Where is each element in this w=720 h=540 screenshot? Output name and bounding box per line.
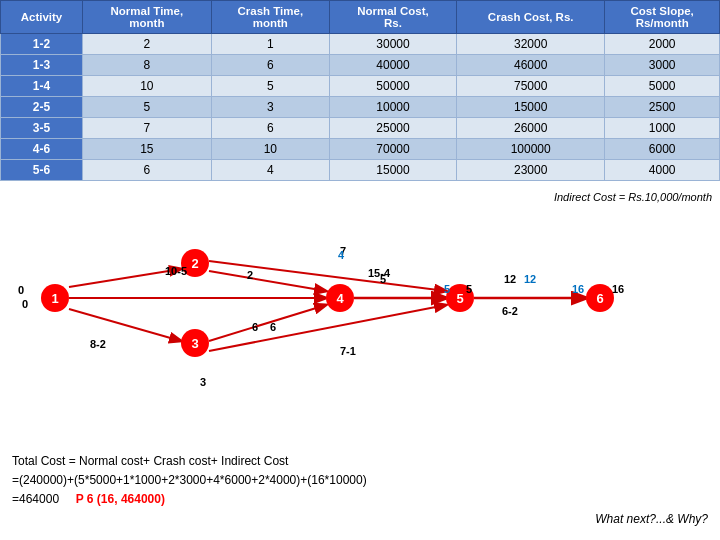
table-cell: 75000 bbox=[457, 76, 605, 97]
table-row: 2-55310000150002500 bbox=[1, 97, 720, 118]
node-3-circle: 3 bbox=[181, 329, 209, 357]
table-cell: 15000 bbox=[329, 160, 456, 181]
arrow-1-3 bbox=[69, 309, 181, 341]
total-line3: =464000 P 6 (16, 464000) bbox=[12, 490, 708, 509]
edge-label-1-3: 8-2 bbox=[90, 338, 106, 350]
arrow-2-5 bbox=[209, 261, 446, 291]
node-4: 4 bbox=[326, 284, 354, 312]
table-cell: 2-5 bbox=[1, 97, 83, 118]
table-cell: 32000 bbox=[457, 34, 605, 55]
table-cell: 1000 bbox=[605, 118, 720, 139]
table-cell: 1-2 bbox=[1, 34, 83, 55]
total-line2: =(240000)+(5*5000+1*1000+2*3000+4*6000+2… bbox=[12, 471, 708, 490]
table-cell: 26000 bbox=[457, 118, 605, 139]
node-3: 3 bbox=[181, 329, 209, 357]
edge-label-5-6-bot: 6-2 bbox=[502, 305, 518, 317]
total-cost-section: Total Cost = Normal cost+ Crash cost+ In… bbox=[0, 448, 720, 512]
node-6: 6 bbox=[586, 284, 614, 312]
table-cell: 10000 bbox=[329, 97, 456, 118]
table-cell: 10 bbox=[211, 139, 329, 160]
table-cell: 25000 bbox=[329, 118, 456, 139]
table-cell: 100000 bbox=[457, 139, 605, 160]
table-cell: 5 bbox=[211, 76, 329, 97]
edge-label-4-top: 4 bbox=[338, 249, 344, 261]
table-cell: 50000 bbox=[329, 76, 456, 97]
table-cell: 8 bbox=[82, 55, 211, 76]
edge-label-1-4: 10-5 bbox=[165, 265, 187, 277]
edge-label-3-4-a: 6 bbox=[252, 321, 258, 333]
node5-right-num: 5 bbox=[466, 283, 472, 295]
arrows-layer bbox=[0, 183, 720, 448]
table-cell: 10 bbox=[82, 76, 211, 97]
col-normal-time: Normal Time,month bbox=[82, 1, 211, 34]
table-cell: 6 bbox=[82, 160, 211, 181]
table-cell: 4000 bbox=[605, 160, 720, 181]
node5-left-num: 5 bbox=[444, 283, 450, 295]
table-cell: 1-4 bbox=[1, 76, 83, 97]
table-cell: 4-6 bbox=[1, 139, 83, 160]
table-row: 1-410550000750005000 bbox=[1, 76, 720, 97]
table-cell: 6 bbox=[211, 55, 329, 76]
edge-label-3-5: 7-1 bbox=[340, 345, 356, 357]
table-cell: 30000 bbox=[329, 34, 456, 55]
node1-left-num: 0 bbox=[18, 284, 24, 296]
table-cell: 3000 bbox=[605, 55, 720, 76]
edge-label-5-6-b: 12 bbox=[524, 273, 536, 285]
col-cost-slope: Cost Slope,Rs/month bbox=[605, 1, 720, 34]
arrow-3-5 bbox=[209, 305, 446, 351]
edge-label-5-6-a: 12 bbox=[504, 273, 516, 285]
node-1: 1 bbox=[41, 284, 69, 312]
table-cell: 2 bbox=[82, 34, 211, 55]
edge-label-4-5: 15-4 bbox=[368, 267, 390, 279]
table-cell: 4 bbox=[211, 160, 329, 181]
col-normal-cost: Normal Cost,Rs. bbox=[329, 1, 456, 34]
table-cell: 6000 bbox=[605, 139, 720, 160]
col-activity: Activity bbox=[1, 1, 83, 34]
table-cell: 2500 bbox=[605, 97, 720, 118]
table-cell: 6 bbox=[211, 118, 329, 139]
table-cell: 5-6 bbox=[1, 160, 83, 181]
table-row: 3-57625000260001000 bbox=[1, 118, 720, 139]
table-cell: 15 bbox=[82, 139, 211, 160]
arrow-3-4 bbox=[209, 305, 326, 341]
table-cell: 5 bbox=[82, 97, 211, 118]
table-cell: 3-5 bbox=[1, 118, 83, 139]
activity-table: Activity Normal Time,month Crash Time,mo… bbox=[0, 0, 720, 181]
table-cell: 23000 bbox=[457, 160, 605, 181]
table-cell: 5000 bbox=[605, 76, 720, 97]
table-cell: 70000 bbox=[329, 139, 456, 160]
node6-right-num: 16 bbox=[612, 283, 624, 295]
total-highlight: P 6 (16, 464000) bbox=[76, 492, 165, 506]
table-row: 1-38640000460003000 bbox=[1, 55, 720, 76]
table-row: 1-22130000320002000 bbox=[1, 34, 720, 55]
table-row: 5-66415000230004000 bbox=[1, 160, 720, 181]
table-cell: 40000 bbox=[329, 55, 456, 76]
table-cell: 1-3 bbox=[1, 55, 83, 76]
node1-right-num: 0 bbox=[22, 298, 28, 310]
table-cell: 7 bbox=[82, 118, 211, 139]
col-crash-time: Crash Time,month bbox=[211, 1, 329, 34]
table-cell: 2000 bbox=[605, 34, 720, 55]
table-cell: 3 bbox=[211, 97, 329, 118]
table-cell: 15000 bbox=[457, 97, 605, 118]
node-4-circle: 4 bbox=[326, 284, 354, 312]
network-diagram: Indirect Cost = Rs.10,000/month bbox=[0, 183, 720, 448]
table-cell: 46000 bbox=[457, 55, 605, 76]
edge-label-2-4-top: 2 bbox=[247, 269, 253, 281]
table-cell: 1 bbox=[211, 34, 329, 55]
edge-label-3-4-b: 6 bbox=[270, 321, 276, 333]
col-crash-cost: Crash Cost, Rs. bbox=[457, 1, 605, 34]
node-1-circle: 1 bbox=[41, 284, 69, 312]
node-6-circle: 6 bbox=[586, 284, 614, 312]
footer-text: What next?...& Why? bbox=[0, 512, 720, 526]
node6-left-num: 16 bbox=[572, 283, 584, 295]
total-line1: Total Cost = Normal cost+ Crash cost+ In… bbox=[12, 452, 708, 471]
node3-bottom-label: 3 bbox=[200, 376, 206, 388]
table-row: 4-61510700001000006000 bbox=[1, 139, 720, 160]
